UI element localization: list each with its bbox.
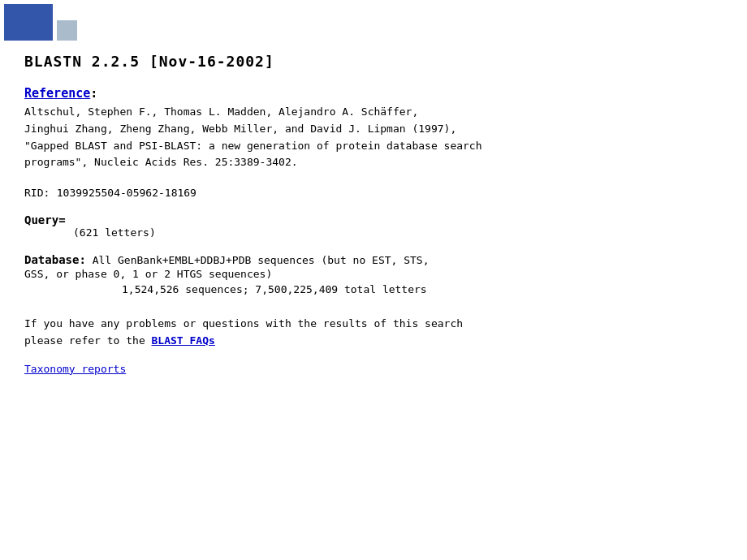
taxonomy-section: Taxonomy reports — [24, 362, 723, 375]
database-section: Database: All GenBank+EMBL+DDBJ+PDB sequ… — [24, 253, 723, 295]
reference-line4: programs", Nucleic Acids Res. 25:3389-34… — [24, 156, 298, 168]
problems-section: If you have any problems or questions wi… — [24, 316, 723, 350]
database-stats: 1,524,526 sequences; 7,500,225,409 total… — [24, 283, 723, 295]
database-description2: GSS, or phase 0, 1 or 2 HTGS sequences) — [24, 266, 723, 283]
problems-prefix: please refer to the — [24, 334, 152, 347]
reference-section: Reference: Altschul, Stephen F., Thomas … — [24, 86, 723, 171]
database-label: Database: — [24, 253, 86, 266]
query-label: Query= — [24, 213, 66, 226]
reference-colon: : — [90, 86, 97, 101]
taxonomy-reports-link[interactable]: Taxonomy reports — [24, 363, 126, 375]
problems-text-line1: If you have any problems or questions wi… — [24, 316, 723, 333]
query-letters: (621 letters) — [24, 226, 723, 239]
database-description: All GenBank+EMBL+DDBJ+PDB sequences (but… — [86, 254, 430, 266]
reference-line1: Altschul, Stephen F., Thomas L. Madden, … — [24, 106, 418, 118]
blast-faqs-link[interactable]: BLAST FAQs — [152, 334, 215, 347]
header-bar — [0, 0, 747, 45]
reference-line3: "Gapped BLAST and PSI-BLAST: a new gener… — [24, 140, 482, 152]
rid-section: RID: 1039925504-05962-18169 — [24, 186, 723, 199]
main-content: BLASTN 2.2.5 [Nov-16-2002] Reference: Al… — [0, 45, 747, 391]
rid-value: 1039925504-05962-18169 — [57, 187, 196, 199]
rid-label: RID: — [24, 187, 50, 199]
reference-text: Altschul, Stephen F., Thomas L. Madden, … — [24, 104, 723, 171]
reference-line2: Jinghui Zhang, Zheng Zhang, Webb Miller,… — [24, 123, 456, 135]
problems-text-line2: please refer to the BLAST FAQs — [24, 333, 723, 350]
header-blue-block — [4, 4, 53, 41]
blast-title: BLASTN 2.2.5 [Nov-16-2002] — [24, 53, 723, 70]
query-section: Query= (621 letters) — [24, 213, 723, 239]
header-gray-block — [57, 20, 77, 41]
reference-link[interactable]: Reference — [24, 86, 90, 101]
